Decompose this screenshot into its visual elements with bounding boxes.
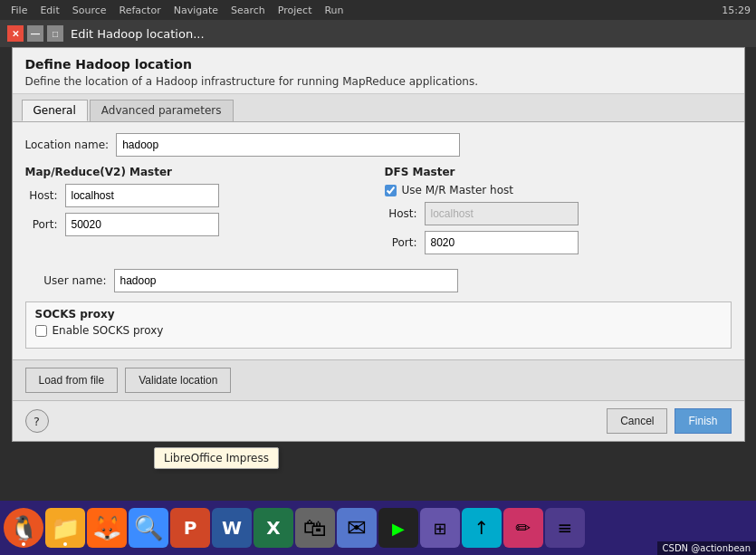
dfs-master-col: DFS Master Use M/R Master host Host: Por… — [385, 166, 732, 260]
menu-refactor[interactable]: Refactor — [114, 5, 167, 16]
title-bar: ✕ — □ Edit Hadoop location... — [0, 20, 756, 47]
menu-hamburger-icon[interactable]: ≡ — [545, 508, 585, 548]
mr-host-input[interactable] — [65, 184, 219, 207]
dialog-window-title: Edit Hadoop location... — [71, 27, 205, 41]
maximize-button[interactable]: □ — [47, 25, 63, 42]
marker-pen-icon[interactable]: ✏ — [503, 508, 543, 548]
dialog-action-buttons: Load from file Validate location — [13, 359, 744, 400]
tooltip: LibreOffice Impress — [154, 447, 279, 469]
word-icon[interactable]: W — [212, 508, 252, 548]
location-name-label: Location name: — [25, 139, 110, 151]
store-icon[interactable]: 🛍 — [295, 508, 335, 548]
dialog-footer: ? Cancel Finish — [13, 400, 744, 441]
discover-icon[interactable]: ↑ — [462, 508, 502, 548]
minimize-button[interactable]: — — [27, 25, 43, 42]
dfs-host-input[interactable] — [425, 202, 579, 225]
apps-grid-icon[interactable]: ⊞ — [420, 508, 460, 548]
dfs-use-mr-label: Use M/R Master host — [402, 184, 513, 196]
tab-bar: General Advanced parameters — [13, 94, 744, 122]
dfs-host-row: Host: — [385, 202, 732, 225]
finish-button[interactable]: Finish — [675, 408, 731, 434]
location-name-input[interactable] — [116, 133, 460, 157]
tab-advanced[interactable]: Advanced parameters — [90, 100, 234, 121]
socks-title: SOCKS proxy — [35, 308, 722, 321]
dfs-use-mr-row: Use M/R Master host — [385, 184, 732, 196]
load-from-file-button[interactable]: Load from file — [25, 368, 119, 393]
mr-master-col: Map/Reduce(V2) Master Host: Port: — [25, 166, 372, 260]
window-controls: ✕ — □ — [7, 25, 63, 42]
mr-host-label: Host: — [25, 189, 58, 202]
menu-project[interactable]: Project — [273, 5, 318, 16]
username-label: User name: — [25, 274, 107, 287]
mr-port-label: Port: — [25, 218, 58, 231]
files-icon[interactable]: 📁 — [45, 508, 85, 548]
menubar: File Edit Source Refactor Navigate Searc… — [0, 0, 756, 20]
dfs-host-label: Host: — [385, 207, 417, 220]
socks-section: SOCKS proxy Enable SOCKS proxy — [25, 301, 732, 349]
dfs-master-title: DFS Master — [385, 166, 732, 178]
menu-search[interactable]: Search — [225, 5, 271, 16]
masters-section: Map/Reduce(V2) Master Host: Port: DFS Ma… — [25, 166, 732, 260]
excel-icon[interactable]: X — [254, 508, 293, 548]
username-input[interactable] — [114, 269, 458, 292]
dialog-body: Location name: Map/Reduce(V2) Master Hos… — [13, 122, 744, 359]
csdn-badge: CSDN @actionbean — [657, 541, 756, 555]
dfs-port-label: Port: — [385, 236, 417, 249]
mr-master-title: Map/Reduce(V2) Master — [25, 166, 372, 178]
dfs-port-input[interactable] — [425, 231, 579, 254]
firefox-icon[interactable]: 🦊 — [87, 508, 127, 548]
cancel-button[interactable]: Cancel — [607, 408, 667, 434]
clock: 15:29 — [722, 5, 751, 16]
socks-enable-label: Enable SOCKS proxy — [53, 324, 164, 337]
mr-host-row: Host: — [25, 184, 372, 207]
dialog-header: Define Hadoop location Define the locati… — [13, 48, 744, 94]
socks-enable-checkbox[interactable] — [35, 325, 47, 337]
search-browser-icon[interactable]: 🔍 — [129, 508, 168, 548]
mail-icon[interactable]: ✉ — [337, 508, 377, 548]
mr-port-row: Port: — [25, 213, 372, 236]
menu-navigate[interactable]: Navigate — [168, 5, 224, 16]
taskbar: 🐧 📁 🦊 🔍 P W X 🛍 ✉ ▶ ⊞ ↑ ✏ ≡ CSDN @action… — [0, 501, 756, 555]
dialog-main-title: Define Hadoop location — [25, 57, 732, 72]
ubuntu-icon[interactable]: 🐧 — [4, 508, 43, 548]
footer-left: ? — [25, 409, 49, 433]
menu-edit[interactable]: Edit — [34, 5, 64, 16]
tab-general[interactable]: General — [22, 100, 88, 121]
menu-run[interactable]: Run — [319, 5, 349, 16]
validate-location-button[interactable]: Validate location — [125, 368, 231, 393]
footer-right: Cancel Finish — [607, 408, 731, 434]
location-name-row: Location name: — [25, 133, 732, 157]
close-button[interactable]: ✕ — [7, 25, 24, 42]
dfs-port-row: Port: — [385, 231, 732, 254]
dialog-subtitle: Define the location of a Hadoop infrastr… — [25, 75, 732, 88]
menu-file[interactable]: File — [5, 5, 33, 16]
username-row: User name: — [25, 269, 732, 292]
mr-port-input[interactable] — [65, 213, 219, 236]
dialog: Define Hadoop location Define the locati… — [12, 47, 745, 442]
menubar-right: 15:29 — [722, 5, 751, 16]
terminal-icon[interactable]: ▶ — [378, 508, 418, 548]
dfs-use-mr-checkbox[interactable] — [385, 185, 397, 196]
socks-enable-row: Enable SOCKS proxy — [35, 324, 722, 337]
help-button[interactable]: ? — [25, 409, 49, 433]
powerpoint-icon[interactable]: P — [170, 508, 210, 548]
menu-source[interactable]: Source — [67, 5, 112, 16]
